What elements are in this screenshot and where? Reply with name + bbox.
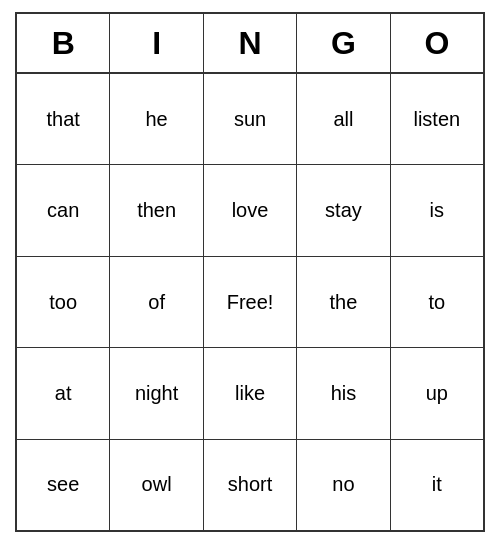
bingo-cell-0-1: he [110, 74, 203, 164]
bingo-cell-1-1: then [110, 165, 203, 255]
bingo-card: BINGO thathesunalllistencanthenlovestayi… [15, 12, 485, 532]
bingo-cell-4-0: see [17, 440, 110, 530]
bingo-row-1: canthenlovestayis [17, 165, 483, 256]
bingo-row-0: thathesunalllisten [17, 74, 483, 165]
bingo-header: BINGO [17, 14, 483, 74]
bingo-cell-4-1: owl [110, 440, 203, 530]
bingo-cell-0-0: that [17, 74, 110, 164]
header-letter-i: I [110, 14, 203, 72]
bingo-cell-3-1: night [110, 348, 203, 438]
bingo-cell-0-2: sun [204, 74, 297, 164]
bingo-row-4: seeowlshortnoit [17, 440, 483, 530]
bingo-cell-2-4: to [391, 257, 483, 347]
header-letter-g: G [297, 14, 390, 72]
bingo-row-2: tooofFree!theto [17, 257, 483, 348]
bingo-cell-4-4: it [391, 440, 483, 530]
header-letter-b: B [17, 14, 110, 72]
bingo-cell-4-3: no [297, 440, 390, 530]
bingo-cell-2-3: the [297, 257, 390, 347]
bingo-cell-3-0: at [17, 348, 110, 438]
bingo-cell-3-2: like [204, 348, 297, 438]
bingo-cell-1-2: love [204, 165, 297, 255]
bingo-cell-4-2: short [204, 440, 297, 530]
bingo-row-3: atnightlikehisup [17, 348, 483, 439]
bingo-cell-3-3: his [297, 348, 390, 438]
bingo-cell-1-3: stay [297, 165, 390, 255]
header-letter-n: N [204, 14, 297, 72]
bingo-cell-1-0: can [17, 165, 110, 255]
bingo-cell-2-2: Free! [204, 257, 297, 347]
bingo-cell-2-1: of [110, 257, 203, 347]
bingo-cell-0-4: listen [391, 74, 483, 164]
bingo-body: thathesunalllistencanthenlovestayistooof… [17, 74, 483, 530]
bingo-cell-3-4: up [391, 348, 483, 438]
bingo-cell-1-4: is [391, 165, 483, 255]
bingo-cell-2-0: too [17, 257, 110, 347]
header-letter-o: O [391, 14, 483, 72]
bingo-cell-0-3: all [297, 74, 390, 164]
